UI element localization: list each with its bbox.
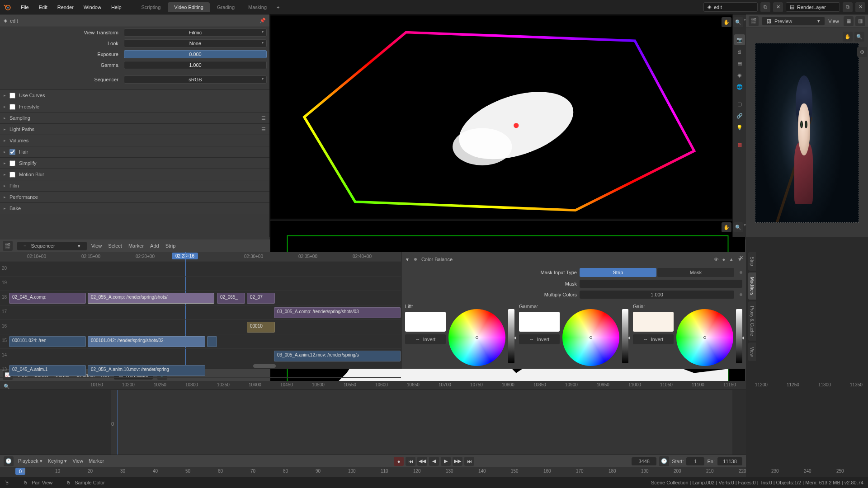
current-frame-field[interactable]: 3448	[632, 457, 656, 465]
menu-playback-[interactable]: Playback ▾	[18, 458, 42, 464]
panel-use-curves[interactable]: ▸Use Curves	[0, 90, 269, 101]
panel-hair[interactable]: ▸Hair	[0, 146, 269, 157]
sequence-strip[interactable]: 02_045_A.anim.1	[9, 365, 86, 376]
scene-copy-icon[interactable]: ⧉	[760, 2, 770, 12]
close-icon[interactable]: ✕	[739, 255, 743, 261]
menu-view[interactable]: View	[91, 243, 102, 249]
editor-type-icon[interactable]: 🕐	[4, 456, 14, 466]
panel-film[interactable]: ▸Film	[0, 180, 269, 191]
tab-constraint-icon[interactable]: 🔗	[734, 110, 745, 121]
sequencer-cs-dropdown[interactable]: sRGB	[124, 75, 267, 84]
menu-file[interactable]: File	[16, 2, 33, 12]
tab-masking[interactable]: Masking	[242, 2, 273, 12]
color-swatch[interactable]	[405, 312, 446, 332]
sidetab-proxy-cache[interactable]: Proxy & Cache	[748, 301, 756, 341]
tab-scripting[interactable]: Scripting	[135, 2, 167, 12]
menu-keying-[interactable]: Keying ▾	[48, 458, 67, 464]
tab-world-icon[interactable]: 🌐	[734, 81, 745, 92]
move-up-icon[interactable]: ▲	[729, 257, 734, 262]
collapse-icon[interactable]: ▼	[405, 257, 410, 262]
sequence-strip[interactable]: 02_045_A.comp:	[9, 293, 86, 304]
panel-freestyle[interactable]: ▸Freestyle	[0, 101, 269, 112]
color-wheel[interactable]	[562, 309, 619, 366]
tab-video-editing[interactable]: Video Editing	[168, 2, 210, 12]
sidetab-strip[interactable]: Strip	[748, 252, 756, 271]
view-transform-dropdown[interactable]: Filmic	[124, 28, 267, 37]
color-swatch[interactable]	[519, 312, 560, 332]
sequence-strip[interactable]: 02_065_	[217, 293, 245, 304]
jump-end-icon[interactable]: ⏭	[464, 457, 474, 466]
value-slider[interactable]	[508, 309, 514, 363]
tab-scene-icon[interactable]: ◉	[734, 70, 745, 80]
tab-data-icon[interactable]: 💡	[734, 122, 745, 133]
menu-strip[interactable]: Strip	[165, 243, 176, 249]
layer-copy-icon[interactable]: ⧉	[843, 2, 853, 12]
panel-options-icon[interactable]: ☰	[261, 115, 266, 121]
playhead-time-tag[interactable]: 02:23+16	[172, 253, 198, 259]
panel-checkbox[interactable]	[9, 172, 15, 178]
multiply-colors-field[interactable]: 1.000	[580, 291, 734, 299]
look-dropdown[interactable]: None	[124, 39, 267, 47]
layer-delete-icon[interactable]: ✕	[855, 2, 865, 12]
pan-icon[interactable]: ✋	[843, 32, 853, 42]
add-workspace-button[interactable]: +	[273, 3, 283, 12]
zoom-icon[interactable]: 🔍	[733, 17, 743, 27]
menu-render[interactable]: Render	[53, 2, 78, 12]
menu-help[interactable]: Help	[107, 2, 126, 12]
layer-selector[interactable]: ▤RenderLayer	[786, 2, 840, 12]
play-icon[interactable]: ▶	[441, 457, 451, 466]
sequence-strip[interactable]: 03_005_A.comp: /render/spring/shots/03	[274, 307, 401, 318]
menu-marker[interactable]: Marker	[89, 458, 104, 464]
editor-type-icon[interactable]: 🎬	[749, 16, 759, 26]
panel-performance[interactable]: ▸Performance	[0, 192, 269, 202]
channels-icon[interactable]: ▦	[844, 16, 854, 26]
color-swatch[interactable]	[633, 312, 674, 332]
auto-key-toggle[interactable]: ●	[394, 457, 404, 466]
tool-settings-icon[interactable]: ⚙	[857, 47, 867, 57]
gamma-field[interactable]: 1.000	[124, 61, 267, 69]
menu-edit[interactable]: Edit	[34, 2, 52, 12]
display-mode-selector[interactable]: 🖼Preview▾	[762, 17, 825, 25]
color-wheel[interactable]	[448, 309, 505, 366]
invert-button[interactable]: ↔Invert	[633, 334, 674, 344]
tab-texture-icon[interactable]: ▩	[734, 139, 745, 150]
mask-type-mask[interactable]: Mask	[657, 268, 734, 277]
sequencer-mode-selector[interactable]: ≡Sequencer▾	[17, 242, 87, 250]
invert-button[interactable]: ↔Invert	[405, 334, 446, 344]
jump-start-icon[interactable]: ⏮	[406, 457, 415, 466]
play-reverse-icon[interactable]: ◀	[429, 457, 439, 466]
panel-light-paths[interactable]: ▸Light Paths☰	[0, 124, 269, 135]
sequence-strip[interactable]: 000101.024: /ren	[9, 336, 86, 347]
sidetab-modifiers[interactable]: Modifiers	[748, 272, 756, 300]
tab-output-icon[interactable]: 🖨	[734, 46, 745, 57]
next-key-icon[interactable]: ▶▶	[453, 457, 462, 466]
panel-bake[interactable]: ▸Bake	[0, 203, 269, 214]
vectorscope[interactable]: ▾ ✋ 🔍	[270, 15, 745, 219]
end-frame-field[interactable]: 11138	[717, 457, 742, 465]
sequence-strip[interactable]: 00010	[247, 322, 275, 333]
overlay-icon[interactable]: ▥	[855, 16, 865, 26]
collapse-icon[interactable]: ▾	[744, 222, 746, 227]
sequence-strip[interactable]: 03_005_A.anim.12.mov: /render/spring/s	[274, 351, 401, 361]
editor-type-icon[interactable]: 🎬	[3, 241, 13, 251]
pan-icon[interactable]: ✋	[722, 222, 731, 232]
panel-checkbox[interactable]	[9, 104, 15, 110]
menu-view[interactable]: View	[72, 458, 83, 464]
value-slider[interactable]	[736, 309, 742, 363]
menu-view[interactable]: View	[828, 19, 839, 24]
panel-motion-blur[interactable]: ▸Motion Blur	[0, 169, 269, 180]
sequence-strip[interactable]: 02_055_A.anim.10.mov: /render/spring	[88, 365, 205, 376]
prev-key-icon[interactable]: ◀◀	[417, 457, 427, 466]
collapse-icon[interactable]: ▾	[744, 17, 746, 22]
visibility-icon[interactable]: 👁	[714, 257, 719, 262]
horizontal-scrollbar[interactable]	[253, 364, 276, 368]
tab-viewlayer-icon[interactable]: ▤	[734, 58, 745, 69]
pan-icon[interactable]: ✋	[722, 17, 731, 27]
tab-grading[interactable]: Grading	[211, 2, 241, 12]
menu-marker[interactable]: Marker	[128, 243, 144, 249]
scene-selector[interactable]: ◈edit	[703, 2, 758, 12]
mask-type-strip[interactable]: Strip	[580, 268, 656, 277]
pin-icon[interactable]: 📌	[259, 18, 266, 23]
zoom-icon[interactable]: 🔍	[854, 32, 864, 42]
menu-add[interactable]: Add	[150, 243, 159, 249]
